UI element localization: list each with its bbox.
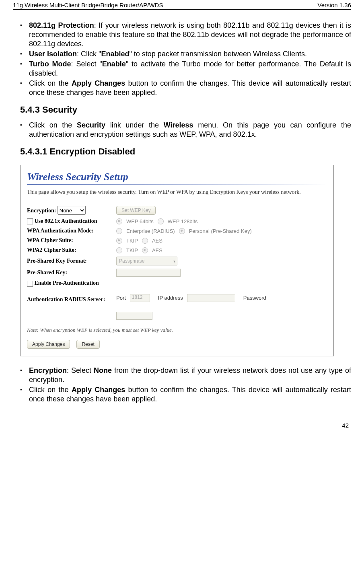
text: link under the: [105, 121, 164, 129]
preauth-label: Enable Pre-Authentication: [35, 280, 99, 286]
list-item: Turbo Mode: Select "Enable" to activate …: [29, 60, 351, 78]
personal-label: Personal (Pre-Shared Key): [189, 228, 252, 234]
text: : Select ": [71, 60, 102, 68]
wep-note: Note: When encryption WEP is selected, y…: [27, 327, 327, 333]
text: Click on the: [29, 121, 77, 129]
list-item: Click on the Apply Changes button to con…: [29, 79, 351, 97]
panel-title: Wireless Security Setup: [27, 171, 327, 183]
port-input[interactable]: 1812: [130, 294, 150, 302]
password-input[interactable]: [116, 312, 152, 320]
encryption-select[interactable]: None: [58, 206, 86, 215]
list-item: User Isolation: Click "Enabled" to stop …: [29, 49, 351, 59]
panel-description: This page allows you setup the wireless …: [27, 189, 327, 196]
psk-format-select[interactable]: Passphrase ▾: [116, 257, 177, 265]
wpa-aes-label: AES: [152, 238, 162, 244]
text: : Select: [67, 366, 94, 374]
enterprise-radio[interactable]: [116, 228, 122, 234]
wpa2-aes-label: AES: [152, 247, 162, 253]
wep64-radio[interactable]: [116, 218, 122, 224]
list-item: Click on the Security link under the Wir…: [29, 121, 351, 139]
psk-format-value: Passphrase: [119, 258, 144, 264]
wpa2-aes-radio[interactable]: [142, 247, 148, 253]
term: User Isolation: [29, 50, 77, 58]
term: Enabled: [101, 50, 129, 58]
header-left: 11g Wireless Multi-Client Bridge/Bridge …: [13, 2, 163, 8]
personal-radio[interactable]: [179, 228, 185, 234]
title-underline: [27, 184, 327, 185]
term: 802.11g Protection: [29, 21, 94, 29]
bullet-list-2: Click on the Security link under the Wir…: [13, 121, 351, 139]
wpa-tkip-radio[interactable]: [116, 238, 122, 244]
list-item: 802.11g Protection: If your wireless net…: [29, 21, 351, 49]
enterprise-label: Enterprise (RADIUS): [126, 228, 175, 234]
list-item: Encryption: Select None from the drop-do…: [29, 366, 351, 384]
radius-server-label: Authentication RADIUS Server:: [27, 294, 116, 303]
psk-input[interactable]: [116, 269, 181, 277]
term: Encryption: [29, 366, 67, 374]
psk-format-label: Pre-Shared Key Format:: [27, 258, 116, 264]
term: Turbo Mode: [29, 60, 71, 68]
header-rule: [13, 9, 351, 10]
wpa2-tkip-label: TKIP: [126, 247, 138, 253]
bullet-list-3: Encryption: Select None from the drop-do…: [13, 366, 351, 404]
text: Click on the: [29, 79, 72, 87]
preauth-checkbox[interactable]: [27, 281, 33, 287]
wpa2-tkip-radio[interactable]: [116, 247, 122, 253]
ip-label: IP address: [158, 295, 183, 301]
footer-rule: [13, 420, 351, 420]
chevron-down-icon: ▾: [173, 259, 175, 263]
wep128-radio[interactable]: [158, 218, 164, 224]
psk-label: Pre-Shared Key:: [27, 269, 116, 276]
wpa-cipher-label: WPA Cipher Suite:: [27, 237, 116, 244]
header-right: Version 1.36: [318, 2, 351, 8]
port-label: Port: [116, 295, 126, 301]
term: Enable: [102, 60, 126, 68]
section-heading-encdisabled: 5.4.3.1 Encryption Disabled: [20, 146, 351, 157]
text: " to stop packet transmission between Wi…: [129, 50, 307, 58]
use-8021x-label: Use 802.1x Authentication: [35, 218, 97, 224]
wpa-aes-radio[interactable]: [142, 238, 148, 244]
page-number: 42: [13, 422, 351, 429]
wep128-label: WEP 128bits: [168, 218, 198, 224]
use-8021x-checkbox[interactable]: [27, 218, 33, 224]
term: Security: [77, 121, 105, 129]
bullet-list-1: 802.11g Protection: If your wireless net…: [13, 21, 351, 97]
set-wep-key-button[interactable]: Set WEP Key: [116, 206, 156, 215]
term: Apply Changes: [72, 79, 125, 87]
apply-changes-button[interactable]: Apply Changes: [27, 340, 70, 349]
list-item: Click on the Apply Changes button to con…: [29, 385, 351, 404]
wpa-auth-mode-label: WPA Authentication Mode:: [27, 228, 116, 234]
section-heading-security: 5.4.3 Security: [20, 105, 351, 115]
encryption-label: Encryption:: [27, 208, 56, 214]
wpa-tkip-label: TKIP: [126, 238, 138, 244]
password-label: Password: [243, 295, 266, 301]
wep64-label: WEP 64bits: [126, 218, 154, 224]
security-setup-screenshot: Wireless Security Setup This page allows…: [20, 165, 334, 356]
text: Click on the: [29, 386, 72, 394]
reset-button[interactable]: Reset: [76, 340, 99, 349]
ip-input[interactable]: [187, 294, 235, 302]
wpa2-cipher-label: WPA2 Cipher Suite:: [27, 247, 116, 253]
text: : Click ": [77, 50, 101, 58]
term: Wireless: [164, 121, 193, 129]
term: None: [94, 366, 112, 374]
term: Apply Changes: [72, 386, 125, 394]
